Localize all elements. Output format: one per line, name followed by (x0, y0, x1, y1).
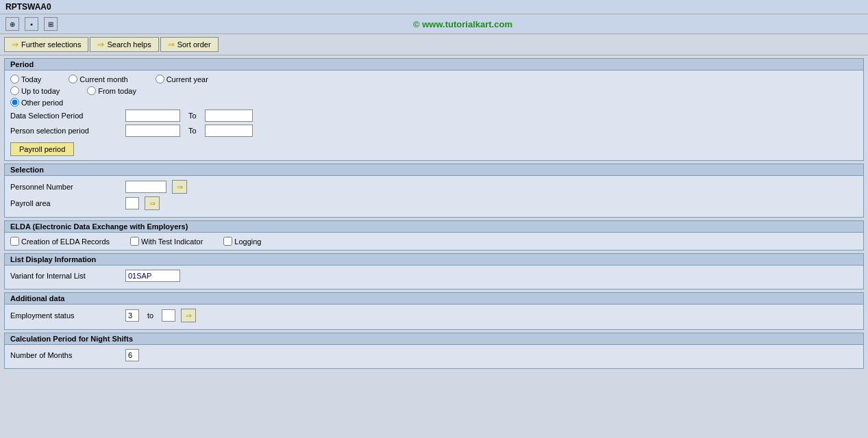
variant-internal-list-row: Variant for Internal List (10, 270, 858, 282)
data-selection-from-input[interactable] (125, 110, 180, 122)
employment-status-to-label: to (147, 311, 153, 320)
data-selection-label: Data Selection Period (10, 112, 120, 120)
radio-today-label: Today (21, 75, 41, 83)
radio-other-period[interactable]: Other period (10, 98, 63, 107)
personnel-number-row: Personnel Number ⇒ (10, 180, 858, 194)
employment-status-row: Employment status to ⇒ (10, 309, 858, 322)
person-selection-to-label: To (188, 127, 197, 135)
number-of-months-label: Number of Months (10, 351, 120, 359)
period-radio-other-row: Other period (10, 98, 858, 107)
elda-test-indicator-checkbox-item[interactable]: With Test Indicator (130, 237, 203, 246)
personnel-number-arrow-btn[interactable]: ⇒ (172, 180, 187, 194)
list-display-section: List Display Information Variant for Int… (4, 253, 864, 289)
variant-internal-list-label: Variant for Internal List (10, 272, 120, 280)
payroll-area-arrow-btn[interactable]: ⇒ (145, 196, 160, 210)
selection-section: Selection Personnel Number ⇒ Payroll are… (4, 164, 864, 218)
toolbar: ⊕ ▪ ⊞ © www.tutorialkart.com (0, 14, 868, 34)
tab-search-helps-label: Search helps (107, 40, 151, 49)
person-selection-to-input[interactable] (205, 125, 253, 137)
save-icon[interactable]: ▪ (25, 17, 38, 31)
personnel-number-input[interactable] (125, 181, 166, 193)
number-of-months-row: Number of Months (10, 349, 858, 361)
tab-arrow-icon-2: ⇒ (97, 40, 104, 49)
person-selection-from-input[interactable] (125, 125, 180, 137)
watermark: © www.tutorialkart.com (63, 19, 863, 29)
radio-current-month-label: Current month (79, 75, 127, 83)
elda-section-body: Creation of ELDA Records With Test Indic… (5, 233, 863, 250)
list-display-section-header: List Display Information (5, 254, 863, 266)
print-icon[interactable]: ⊞ (44, 17, 58, 31)
radio-current-month[interactable]: Current month (69, 75, 127, 83)
tab-bar: ⇒ Further selections ⇒ Search helps ⇒ So… (0, 34, 868, 55)
elda-test-indicator-checkbox[interactable] (130, 237, 139, 246)
employment-status-input[interactable] (125, 309, 139, 322)
period-radio-row2: Up to today From today (10, 86, 858, 95)
main-content: Period Today Current month Current year (0, 55, 868, 374)
payroll-area-row: Payroll area ⇒ (10, 196, 858, 210)
radio-current-year-input[interactable] (156, 75, 164, 83)
additional-data-section: Additional data Employment status to ⇒ (4, 292, 864, 330)
calculation-section-body: Number of Months (5, 345, 863, 368)
person-selection-row: Person selection period To (10, 125, 858, 137)
tab-search-helps[interactable]: ⇒ Search helps (90, 37, 158, 52)
radio-other-period-label: Other period (21, 99, 63, 107)
back-icon[interactable]: ⊕ (5, 17, 19, 31)
elda-section-header: ELDA (Electronic Data Exchange with Empl… (5, 221, 863, 233)
personnel-number-label: Personnel Number (10, 183, 120, 191)
elda-logging-checkbox-item[interactable]: Logging (223, 237, 261, 246)
calculation-section: Calculation Period for Night Shifts Numb… (4, 333, 864, 369)
radio-up-to-today-label: Up to today (21, 87, 60, 95)
period-section-body: Today Current month Current year Up to t… (5, 70, 863, 160)
period-section: Period Today Current month Current year (4, 58, 864, 161)
data-selection-row: Data Selection Period To (10, 110, 858, 122)
radio-current-year[interactable]: Current year (156, 75, 208, 83)
additional-data-section-header: Additional data (5, 293, 863, 305)
variant-internal-list-input[interactable] (125, 270, 180, 282)
payroll-area-label: Payroll area (10, 199, 120, 207)
radio-current-year-label: Current year (166, 75, 208, 83)
radio-from-today[interactable]: From today (87, 86, 136, 95)
radio-up-to-today-input[interactable] (10, 86, 19, 95)
employment-status-to-input[interactable] (162, 309, 175, 322)
number-of-months-input[interactable] (125, 349, 139, 361)
elda-logging-label: Logging (234, 237, 261, 246)
elda-logging-checkbox[interactable] (223, 237, 232, 246)
additional-data-section-body: Employment status to ⇒ (5, 305, 863, 329)
selection-section-header: Selection (5, 164, 863, 176)
elda-section: ELDA (Electronic Data Exchange with Empl… (4, 220, 864, 250)
elda-creation-checkbox[interactable] (10, 237, 19, 246)
elda-creation-checkbox-item[interactable]: Creation of ELDA Records (10, 237, 110, 246)
person-selection-label: Person selection period (10, 127, 120, 135)
radio-today[interactable]: Today (10, 75, 41, 83)
radio-from-today-label: From today (98, 87, 136, 95)
period-radio-row1: Today Current month Current year (10, 75, 858, 83)
radio-today-input[interactable] (10, 75, 19, 83)
tab-further-selections-label: Further selections (21, 40, 81, 49)
radio-from-today-input[interactable] (87, 86, 96, 95)
selection-section-body: Personnel Number ⇒ Payroll area ⇒ (5, 176, 863, 217)
app-title: RPTSWAA0 (5, 2, 51, 12)
period-section-header: Period (5, 59, 863, 70)
data-selection-to-label: To (188, 112, 197, 120)
calculation-section-header: Calculation Period for Night Shifts (5, 333, 863, 345)
radio-other-period-input[interactable] (10, 98, 19, 107)
elda-checkbox-group: Creation of ELDA Records With Test Indic… (10, 237, 858, 246)
radio-current-month-input[interactable] (69, 75, 77, 83)
tab-arrow-icon-3: ⇒ (168, 40, 175, 49)
elda-test-indicator-label: With Test Indicator (141, 237, 203, 246)
radio-up-to-today[interactable]: Up to today (10, 86, 60, 95)
payroll-period-button[interactable]: Payroll period (10, 142, 74, 156)
tab-arrow-icon-1: ⇒ (12, 40, 18, 49)
data-selection-to-input[interactable] (205, 110, 253, 122)
employment-status-arrow-btn[interactable]: ⇒ (181, 309, 196, 322)
title-bar: RPTSWAA0 (0, 0, 868, 14)
tab-further-selections[interactable]: ⇒ Further selections (4, 37, 88, 52)
employment-status-label: Employment status (10, 311, 120, 320)
tab-sort-order[interactable]: ⇒ Sort order (160, 37, 219, 52)
elda-creation-label: Creation of ELDA Records (21, 237, 110, 246)
tab-sort-order-label: Sort order (177, 40, 211, 49)
list-display-section-body: Variant for Internal List (5, 266, 863, 289)
payroll-area-input[interactable] (125, 197, 139, 209)
